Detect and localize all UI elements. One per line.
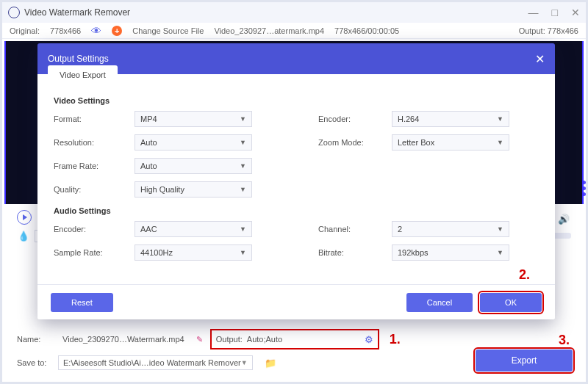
encoder-label: Encoder:	[318, 115, 384, 123]
play-button-icon[interactable]	[17, 210, 32, 225]
channel-select[interactable]: 2▼	[392, 221, 509, 237]
reset-button[interactable]: Reset	[51, 293, 113, 312]
output-settings-box[interactable]: Output: Auto;Auto ⚙	[210, 329, 379, 349]
saveto-select[interactable]: E:\Aiseesoft Studio\Ai…ideo Watermark Re…	[58, 355, 253, 370]
chevron-down-icon: ▼	[240, 249, 246, 256]
output-label: Output:	[216, 335, 243, 344]
output-settings-dialog: Output Settings ✕ Video Export Video Set…	[37, 43, 555, 319]
bitrate-label: Bitrate:	[318, 248, 384, 257]
speaker-icon[interactable]: 🔊	[558, 214, 570, 225]
original-dim: 778x466	[50, 26, 81, 35]
saveto-label: Save to:	[17, 358, 51, 367]
format-value: MP4	[140, 115, 157, 123]
saveto-value: E:\Aiseesoft Studio\Ai…ideo Watermark Re…	[63, 358, 241, 367]
quality-value: High Quality	[140, 185, 184, 194]
audio-encoder-value: AAC	[140, 225, 157, 233]
export-button[interactable]: Export	[476, 349, 573, 372]
resolution-label: Resolution:	[54, 138, 127, 147]
minimize-icon[interactable]: —	[528, 7, 539, 18]
chevron-down-icon: ▼	[497, 249, 503, 256]
annotation-3: 3.	[559, 333, 570, 348]
change-source-link[interactable]: Change Source File	[132, 26, 204, 35]
name-value: Video_2309270…Watermark.mp4	[58, 332, 189, 347]
chevron-down-icon: ▼	[497, 115, 503, 123]
samplerate-label: Sample Rate:	[54, 248, 127, 257]
open-folder-icon[interactable]: 📁	[265, 358, 276, 369]
infobar: Original: 778x466 👁 + Change Source File…	[2, 23, 586, 39]
channel-value: 2	[398, 225, 402, 233]
chevron-down-icon: ▼	[241, 359, 248, 366]
name-label: Name:	[17, 335, 51, 344]
zoom-select[interactable]: Letter Box▼	[392, 134, 509, 151]
ok-button[interactable]: OK	[480, 293, 542, 312]
original-label: Original:	[10, 26, 40, 35]
edit-name-icon[interactable]: ✎	[196, 335, 203, 344]
titlebar: Video Watermark Remover — □ ✕	[2, 2, 586, 23]
output-dim: 778x466	[548, 26, 578, 35]
chevron-down-icon: ▼	[240, 186, 246, 193]
close-window-icon[interactable]: ✕	[571, 7, 580, 18]
zoom-label: Zoom Mode:	[318, 138, 384, 147]
quality-label: Quality:	[54, 185, 127, 194]
annotation-2: 2.	[519, 267, 530, 283]
format-label: Format:	[54, 115, 127, 123]
channel-label: Channel:	[318, 225, 384, 233]
resize-handle-icon[interactable]	[582, 181, 586, 196]
cancel-button[interactable]: Cancel	[406, 293, 473, 312]
tab-video-export[interactable]: Video Export	[48, 65, 118, 84]
close-dialog-icon[interactable]: ✕	[535, 52, 545, 66]
file-info: 778x466/00:00:05	[334, 26, 399, 35]
audio-encoder-label: Encoder:	[54, 225, 127, 233]
preview-eye-icon[interactable]: 👁	[91, 25, 101, 37]
file-name: Video_230927…atermark.mp4	[214, 26, 324, 35]
add-source-icon[interactable]: +	[112, 26, 122, 36]
framerate-label: Frame Rate:	[54, 162, 127, 170]
chevron-down-icon: ▼	[240, 139, 246, 146]
format-select[interactable]: MP4▼	[135, 111, 252, 127]
zoom-value: Letter Box	[398, 138, 434, 147]
quality-select[interactable]: High Quality▼	[135, 181, 252, 198]
audio-encoder-select[interactable]: AAC▼	[135, 221, 252, 237]
bitrate-select[interactable]: 192kbps▼	[392, 244, 509, 261]
framerate-select[interactable]: Auto▼	[135, 158, 252, 174]
gear-icon[interactable]: ⚙	[365, 334, 373, 345]
watermark-tool-icon[interactable]: 💧	[17, 228, 30, 243]
chevron-down-icon: ▼	[240, 115, 246, 123]
dialog-title: Output Settings	[48, 54, 109, 64]
chevron-down-icon: ▼	[240, 162, 246, 170]
chevron-down-icon: ▼	[497, 225, 503, 233]
output-label: Output:	[519, 26, 545, 35]
framerate-value: Auto	[140, 162, 157, 170]
output-value: Auto;Auto	[247, 335, 360, 344]
chevron-down-icon: ▼	[497, 139, 503, 146]
annotation-1: 1.	[390, 332, 401, 347]
encoder-select[interactable]: H.264▼	[392, 111, 509, 127]
encoder-value: H.264	[398, 115, 419, 123]
video-settings-heading: Video Settings	[54, 96, 539, 105]
app-logo-icon	[8, 7, 20, 18]
app-title: Video Watermark Remover	[24, 7, 130, 18]
samplerate-value: 44100Hz	[140, 248, 173, 257]
resolution-select[interactable]: Auto▼	[135, 134, 252, 151]
maximize-icon[interactable]: □	[552, 7, 558, 18]
samplerate-select[interactable]: 44100Hz▼	[135, 244, 252, 261]
resolution-value: Auto	[140, 138, 157, 147]
audio-settings-heading: Audio Settings	[54, 206, 539, 215]
chevron-down-icon: ▼	[240, 225, 246, 233]
bitrate-value: 192kbps	[398, 248, 429, 257]
player-controls	[17, 210, 32, 225]
